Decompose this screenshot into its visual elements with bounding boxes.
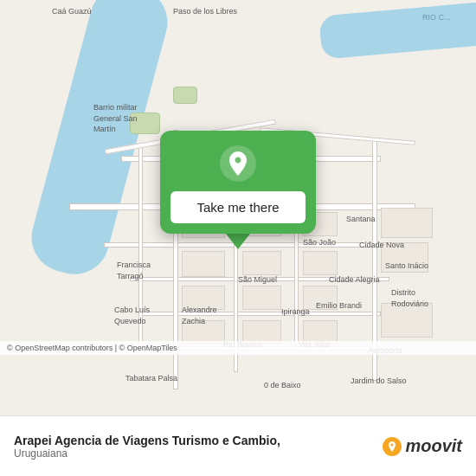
popup-inner: Take me there	[160, 131, 316, 234]
map-label: Paso de los Libres	[173, 7, 237, 16]
map-label: Santo Inácio	[385, 261, 428, 270]
moovit-pin-svg	[386, 441, 398, 453]
map-label: DistritoRodoviário	[391, 287, 428, 309]
map-label: 0 de Baixo	[264, 381, 301, 389]
attribution-text: © OpenStreetMap contributors | © OpenMap…	[7, 344, 177, 352]
moovit-text: moovit	[405, 436, 462, 456]
city-block	[242, 286, 281, 310]
map-label: Cabo LuísQuevedo	[114, 305, 150, 326]
map-label: Barrio militarGeneral SanMartín	[93, 102, 138, 135]
map-label: Jardim do Salso	[351, 376, 407, 385]
city-block	[242, 251, 281, 275]
attribution-bar: © OpenStreetMap contributors | © OpenMap…	[0, 341, 476, 355]
bottom-bar: Arapei Agencia de Viagens Turismo e Camb…	[0, 415, 476, 476]
city-block	[303, 251, 338, 275]
place-name: Arapei Agencia de Viagens Turismo e Camb…	[14, 434, 280, 447]
map-label: FranciscaTarragó	[117, 260, 151, 281]
map-label: Cidade Nova	[359, 241, 404, 249]
location-pin-icon	[219, 145, 257, 183]
moovit-logo: moovit	[383, 436, 462, 456]
map-label: Emilio Brandi	[316, 301, 362, 310]
map-label: Cidade Alegria	[329, 275, 380, 284]
city-block	[182, 251, 225, 277]
map-label: AlexandreZachia	[182, 305, 217, 326]
popup-arrow	[226, 234, 250, 249]
map-label: Ipiranga	[281, 307, 310, 316]
place-city: Uruguaiana	[14, 447, 280, 460]
map-container: Caá Guazú Paso de los Libres Barrio mili…	[0, 0, 476, 415]
map-label: Santana	[346, 215, 376, 223]
map-label: Caá Guazú	[52, 7, 92, 16]
take-me-there-button[interactable]: Take me there	[170, 191, 306, 223]
park-area	[173, 87, 197, 104]
map-label: São Miguel	[238, 275, 277, 284]
popup-card: Take me there	[160, 131, 316, 249]
map-label-rio: RIO C...	[422, 13, 451, 22]
place-info: Arapei Agencia de Viagens Turismo e Camb…	[14, 434, 280, 460]
map-label: Tabatara Palsa	[125, 374, 177, 383]
moovit-pin-icon	[383, 437, 402, 456]
city-block	[381, 208, 433, 238]
